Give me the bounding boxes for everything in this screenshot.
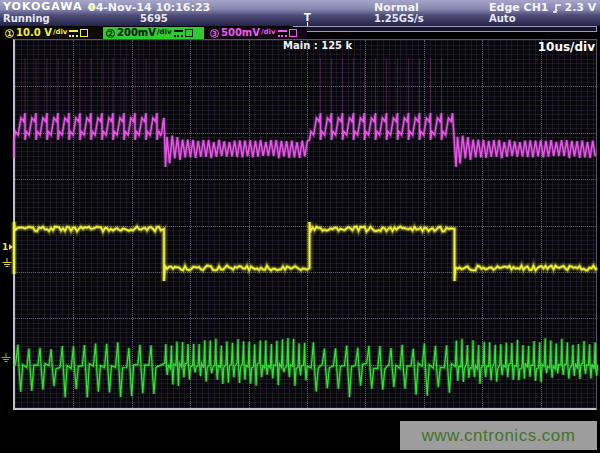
channel-3-probe-icon [289,29,297,37]
ch2-ground-icon [1,353,10,364]
watermark: www.cntronics.com [400,421,597,450]
channel-2-scale: 200mV [117,27,156,39]
channel-2-probe-icon [185,29,193,37]
grid-line-vertical [482,40,483,408]
run-status-label: Running [3,13,50,24]
channel-2-badge: 2 200mV/div [103,27,204,39]
channel-2-number-icon: 2 [106,29,115,38]
grid-line-vertical [307,40,308,408]
channel-2-coupling-icon [174,30,183,37]
ch1-position-marker: 1 [2,243,13,252]
grid-line-vertical [190,40,191,408]
memory-position-bar [293,26,597,32]
channel-2-div-suffix: /div [157,26,172,38]
grid-line-vertical [132,40,133,408]
channel-3-badge: 3 500mV/div [207,27,307,39]
channel-3-scale: 500mV [221,27,260,39]
trigger-level-label: 2.3 V [565,1,597,14]
grid-line-horizontal [15,226,596,227]
grid-line-horizontal [15,272,596,273]
graticule [13,39,597,410]
channel-3-div-suffix: /div [261,26,276,38]
grid-line-horizontal [15,318,596,319]
channel-1-badge: 1 10.0 V/div [2,27,102,39]
grid-line-vertical [249,40,250,408]
channel-1-coupling-icon [69,30,78,37]
grid-line-horizontal [15,365,596,366]
brand-logo: YOKOGAWA ◆ [3,0,97,13]
oscilloscope-screen: YOKOGAWA ◆ 04-Nov-14 10:16:23 Normal Edg… [0,0,600,453]
channel-1-probe-icon [80,29,88,37]
sample-rate-label: 1.25GS/s [374,13,424,24]
trigger-position-marker: T [304,12,311,23]
right-arrow-icon [9,244,13,250]
ch1-ground-icon [2,258,11,269]
grid-line-vertical [73,40,74,408]
channel-1-scale: 10.0 V [16,27,52,39]
brand-text: YOKOGAWA [3,0,83,13]
channel-1-number-icon: 1 [5,29,14,38]
timebase-label: 10us/div [538,40,595,54]
trigger-mode-label: Auto [489,13,516,24]
acquisition-count: 5695 [140,13,168,24]
record-length-label: Main : 125 k [283,40,352,51]
channel-3-number-icon: 3 [210,29,219,38]
grid-line-vertical [541,40,542,408]
grid-line-vertical [424,40,425,408]
header-bar: YOKOGAWA ◆ 04-Nov-14 10:16:23 Normal Edg… [0,0,600,26]
channel-3-coupling-icon [278,30,287,37]
channel-1-div-suffix: /div [53,26,68,38]
grid-line-horizontal [15,133,596,134]
grid-line-horizontal [15,179,596,180]
rising-edge-icon [552,2,562,14]
grid-line-horizontal [15,86,596,87]
grid-line-vertical [365,40,366,408]
